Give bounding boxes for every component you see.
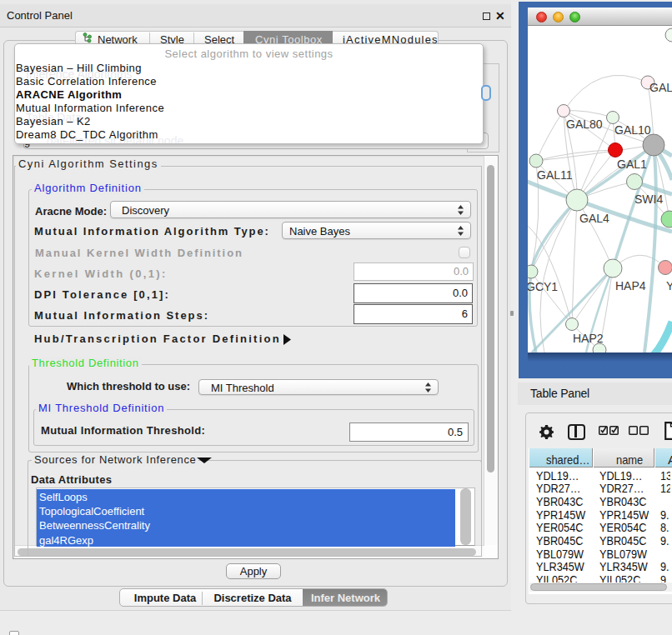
svg-text:HAP2: HAP2 xyxy=(573,332,604,345)
svg-text:YJ: YJ xyxy=(666,279,672,292)
svg-text:GAL4: GAL4 xyxy=(579,212,609,225)
svg-text:GAL1: GAL1 xyxy=(617,158,647,171)
svg-text:HAP4: HAP4 xyxy=(615,279,646,292)
svg-text:GAL11: GAL11 xyxy=(537,168,573,182)
svg-text:GAL2: GAL2 xyxy=(649,81,672,94)
svg-text:SWI4: SWI4 xyxy=(634,192,663,206)
svg-text:GAL80: GAL80 xyxy=(566,118,603,131)
svg-text:GAL10: GAL10 xyxy=(614,123,651,137)
svg-text:GCY1: GCY1 xyxy=(528,280,558,293)
